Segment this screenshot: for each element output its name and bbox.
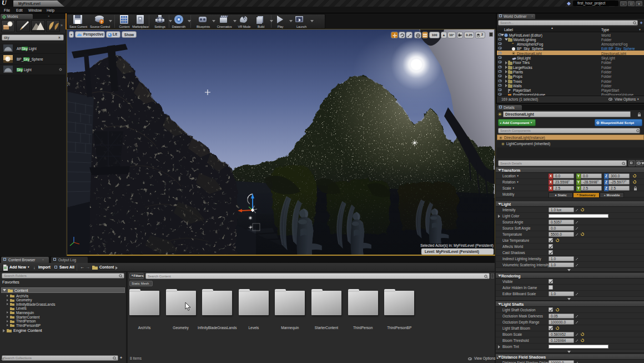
svg-text:Selected Actor(s) in: MyFirst: Selected Actor(s) in: MyFirstLevel (Pers… xyxy=(420,243,494,248)
svg-text:Level: MyFirstLevel (Persiste: Level: MyFirstLevel (Persistent) xyxy=(425,250,479,254)
svg-text:?: ? xyxy=(100,20,103,24)
